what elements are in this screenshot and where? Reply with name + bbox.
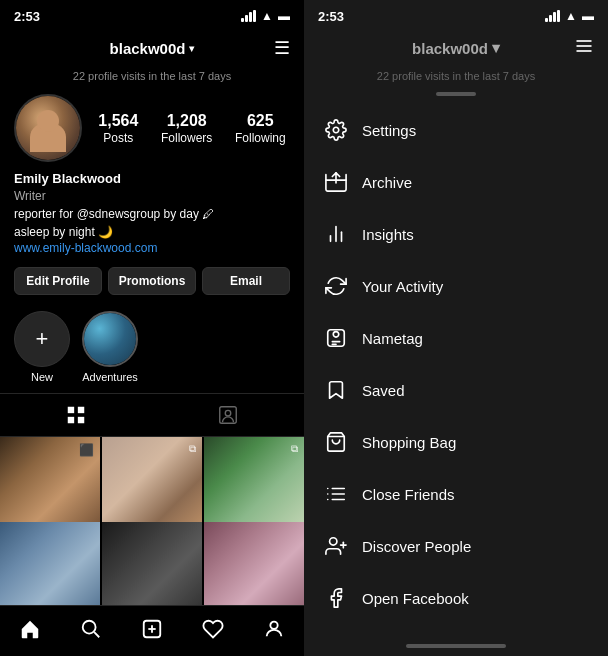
menu-item-nametag[interactable]: Nametag [308, 312, 604, 364]
wifi-icon: ▲ [261, 9, 273, 23]
side-menu-list: Settings Archive [304, 104, 608, 636]
promotions-button[interactable]: Promotions [108, 267, 196, 295]
highlight-adventures-label: Adventures [82, 371, 138, 383]
status-time-left: 2:53 [14, 9, 40, 24]
highlight-add[interactable]: + New [14, 311, 70, 383]
stats-row: 1,564 Posts 1,208 Followers 625 Followin… [94, 111, 290, 144]
svg-rect-2 [68, 417, 74, 423]
grid-cell-5[interactable] [102, 522, 202, 605]
nav-profile[interactable] [253, 614, 295, 644]
grid-cell-4[interactable] [0, 522, 100, 605]
video-indicator-1: ⬛ [79, 443, 94, 457]
multi-indicator-2: ⧉ [189, 443, 196, 455]
stat-posts[interactable]: 1,564 Posts [98, 111, 138, 144]
following-label: Following [235, 131, 286, 145]
menu-item-close-friends[interactable]: Close Friends [308, 468, 604, 520]
menu-item-saved[interactable]: Saved [308, 364, 604, 416]
svg-point-15 [333, 127, 339, 133]
highlight-new-label: New [31, 371, 53, 383]
menu-item-open-facebook[interactable]: Open Facebook [308, 572, 604, 624]
right-header: blackw00d ▾ [304, 28, 608, 68]
person-tag-icon [217, 404, 239, 426]
avatar[interactable] [14, 94, 82, 162]
svg-rect-3 [78, 417, 84, 423]
followers-label: Followers [161, 131, 212, 145]
bottom-scroll-bar [406, 644, 506, 648]
chevron-down-icon: ▾ [189, 43, 194, 54]
nav-heart[interactable] [192, 614, 234, 644]
status-icons-right: ▲ ▬ [545, 9, 594, 23]
svg-line-7 [94, 632, 99, 637]
svg-point-31 [330, 538, 337, 545]
heart-icon [202, 618, 224, 640]
insights-label: Insights [362, 226, 414, 243]
left-panel: 2:53 ▲ ▬ blackw00d ▾ ☰ 22 profile visits… [0, 0, 304, 656]
tab-tagged[interactable] [152, 394, 304, 436]
nav-search[interactable] [70, 614, 112, 644]
status-bar-left: 2:53 ▲ ▬ [0, 0, 304, 28]
nav-home[interactable] [9, 614, 51, 644]
saved-label: Saved [362, 382, 405, 399]
profile-info: 1,564 Posts 1,208 Followers 625 Followin… [0, 88, 304, 170]
archive-label: Archive [362, 174, 412, 191]
stat-followers[interactable]: 1,208 Followers [161, 111, 212, 144]
open-facebook-label: Open Facebook [362, 590, 469, 607]
discover-people-label: Discover People [362, 538, 471, 555]
bio-subtitle: Writer [14, 188, 290, 205]
facebook-icon [324, 586, 348, 610]
nametag-icon [324, 326, 348, 350]
drag-handle [436, 92, 476, 96]
right-hamburger-icon[interactable] [574, 36, 594, 60]
action-buttons: Edit Profile Promotions Email [0, 263, 304, 305]
email-button[interactable]: Email [202, 267, 290, 295]
hamburger-menu-icon[interactable]: ☰ [274, 39, 290, 57]
bio-line2: asleep by night 🌙 [14, 223, 290, 241]
menu-item-discover-people[interactable]: Discover People [308, 520, 604, 572]
menu-item-settings[interactable]: Settings [308, 104, 604, 156]
right-username-text: blackw00d [412, 40, 488, 57]
svg-point-20 [333, 332, 339, 338]
status-bar-right: 2:53 ▲ ▬ [304, 0, 608, 28]
stat-following[interactable]: 625 Following [235, 111, 286, 144]
svg-rect-1 [78, 407, 84, 413]
home-icon [19, 618, 41, 640]
search-icon [80, 618, 102, 640]
multi-indicator-3: ⧉ [291, 443, 298, 455]
menu-item-archive[interactable]: Archive [308, 156, 604, 208]
close-friends-label: Close Friends [362, 486, 455, 503]
highlight-thumb-adventures [82, 311, 138, 367]
right-profile-visits: 22 profile visits in the last 7 days [304, 68, 608, 88]
highlights-row: + New Adventures [0, 305, 304, 393]
insights-icon [324, 222, 348, 246]
battery-icon: ▬ [278, 9, 290, 23]
wifi-icon-right: ▲ [565, 9, 577, 23]
menu-item-insights[interactable]: Insights [308, 208, 604, 260]
your-activity-label: Your Activity [362, 278, 443, 295]
menu-item-shopping-bag[interactable]: Shopping Bag [308, 416, 604, 468]
bottom-nav [0, 605, 304, 656]
signal-icon [241, 10, 256, 22]
following-count: 625 [247, 111, 274, 130]
archive-icon [324, 170, 348, 194]
add-icon [141, 618, 163, 640]
menu-item-your-activity[interactable]: Your Activity [308, 260, 604, 312]
highlight-adventures[interactable]: Adventures [82, 311, 138, 383]
profile-visits-left: 22 profile visits in the last 7 days [0, 68, 304, 88]
bio-line1: reporter for @sdnewsgroup by day 🖊 [14, 205, 290, 223]
grid-icon [65, 404, 87, 426]
photo-grid: ⬛ ⧉ ⧉ [0, 437, 304, 605]
bio-section: Emily Blackwood Writer reporter for @sdn… [0, 170, 304, 263]
svg-rect-0 [68, 407, 74, 413]
nav-add[interactable] [131, 614, 173, 644]
profile-header-left: blackw00d ▾ ☰ [0, 28, 304, 68]
svg-point-11 [270, 622, 277, 629]
grid-cell-6[interactable] [204, 522, 304, 605]
right-chevron-icon: ▾ [492, 39, 500, 57]
tab-grid[interactable] [0, 394, 152, 436]
shopping-bag-icon [324, 430, 348, 454]
highlight-add-circle: + [14, 311, 70, 367]
bio-link[interactable]: www.emily-blackwood.com [14, 241, 290, 255]
content-tab-bar [0, 393, 304, 437]
edit-profile-button[interactable]: Edit Profile [14, 267, 102, 295]
username-header-left[interactable]: blackw00d ▾ [110, 40, 195, 57]
